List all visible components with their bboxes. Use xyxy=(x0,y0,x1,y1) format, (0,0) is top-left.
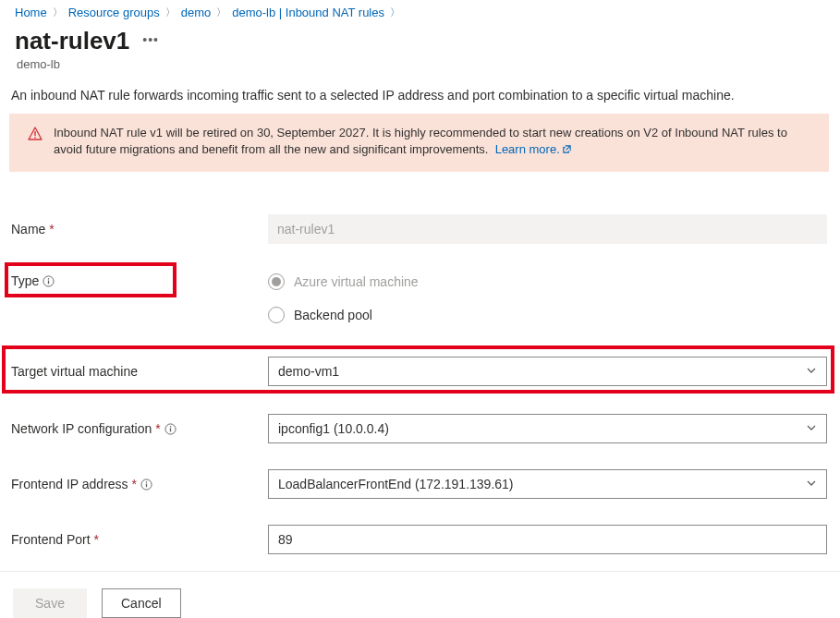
target-vm-select[interactable]: demo-vm1 xyxy=(268,357,827,386)
cancel-button[interactable]: Cancel xyxy=(102,588,181,618)
chevron-down-icon xyxy=(806,421,817,436)
svg-rect-1 xyxy=(34,137,35,138)
name-input xyxy=(268,214,827,244)
required-indicator: * xyxy=(94,532,99,547)
type-radio-group: Azure virtual machine Backend pool xyxy=(268,270,827,327)
type-option-bp-label: Backend pool xyxy=(294,308,372,322)
page-subtitle: demo-lb xyxy=(9,55,829,88)
banner-learn-more-link[interactable]: Learn more. xyxy=(495,142,572,156)
frontend-port-input[interactable] xyxy=(268,525,827,554)
type-option-avm-label: Azure virtual machine xyxy=(294,274,419,289)
frontend-port-label: Frontend Port xyxy=(11,532,91,547)
svg-rect-6 xyxy=(170,428,171,431)
save-button: Save xyxy=(13,588,87,618)
chevron-right-icon: 〉 xyxy=(390,6,400,19)
breadcrumb-home[interactable]: Home xyxy=(15,6,47,19)
warning-icon xyxy=(28,127,43,141)
type-option-backend-pool[interactable]: Backend pool xyxy=(268,307,827,323)
required-indicator: * xyxy=(132,477,137,491)
frontend-ip-label: Frontend IP address xyxy=(11,477,128,491)
type-option-avm: Azure virtual machine xyxy=(268,273,827,290)
breadcrumb-resource-groups[interactable]: Resource groups xyxy=(68,6,160,19)
network-ip-value: ipconfig1 (10.0.0.4) xyxy=(278,421,389,436)
network-ip-label: Network IP configuration xyxy=(11,421,152,436)
svg-rect-4 xyxy=(48,278,49,279)
chevron-down-icon xyxy=(806,477,817,491)
svg-rect-10 xyxy=(146,481,147,482)
breadcrumb-demo[interactable]: demo xyxy=(181,6,212,19)
chevron-down-icon xyxy=(806,364,817,379)
target-vm-value: demo-vm1 xyxy=(278,364,339,379)
external-link-icon xyxy=(562,142,572,159)
frontend-ip-select[interactable]: LoadBalancerFrontEnd (172.191.139.61) xyxy=(268,469,827,499)
deprecation-warning-banner: Inbound NAT rule v1 will be retired on 3… xyxy=(9,114,829,172)
radio-unchecked-icon xyxy=(268,307,285,323)
breadcrumb-demo-lb-nat[interactable]: demo-lb | Inbound NAT rules xyxy=(232,6,384,19)
frontend-ip-value: LoadBalancerFrontEnd (172.191.139.61) xyxy=(278,477,514,491)
svg-rect-3 xyxy=(48,280,49,284)
info-icon[interactable] xyxy=(140,479,152,491)
more-actions-icon[interactable]: ••• xyxy=(142,32,159,51)
svg-rect-9 xyxy=(146,483,147,487)
network-ip-select[interactable]: ipconfig1 (10.0.0.4) xyxy=(268,414,827,443)
target-vm-label: Target virtual machine xyxy=(11,364,138,379)
radio-checked-icon xyxy=(268,273,285,290)
chevron-right-icon: 〉 xyxy=(216,6,226,19)
banner-text: Inbound NAT rule v1 will be retired on 3… xyxy=(54,126,787,156)
info-icon[interactable] xyxy=(43,275,55,287)
footer-actions: Save Cancel xyxy=(0,572,840,618)
required-indicator: * xyxy=(155,421,160,436)
chevron-right-icon: 〉 xyxy=(53,6,63,19)
chevron-right-icon: 〉 xyxy=(165,6,176,19)
info-icon[interactable] xyxy=(164,423,177,435)
type-label: Type xyxy=(11,273,39,288)
page-title: nat-rulev1 xyxy=(15,27,129,55)
svg-rect-7 xyxy=(170,426,171,427)
svg-rect-0 xyxy=(34,131,35,136)
required-indicator: * xyxy=(49,222,54,236)
name-label: Name xyxy=(11,222,45,236)
page-description: An inbound NAT rule forwards incoming tr… xyxy=(9,88,829,114)
breadcrumb: Home 〉 Resource groups 〉 demo 〉 demo-lb … xyxy=(9,0,829,21)
